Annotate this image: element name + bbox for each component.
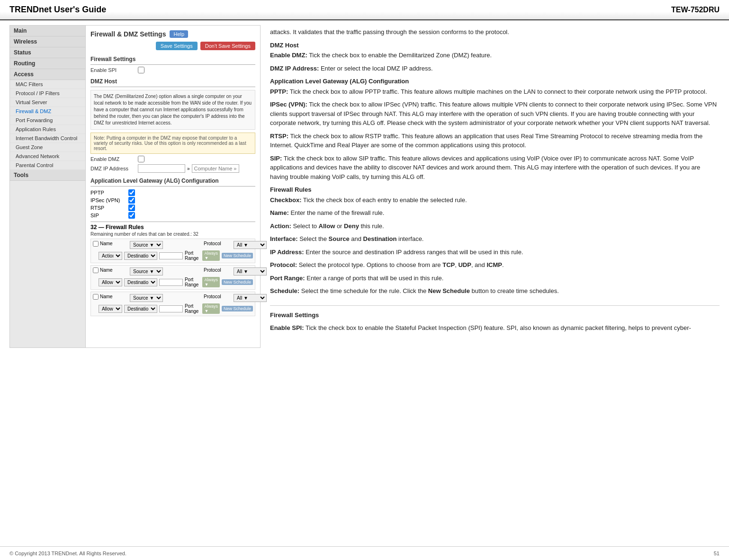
rule3-spacer: [164, 294, 202, 302]
rule1-action-row: Action Allow ▼ Destination ▼ Port Range …: [93, 250, 253, 261]
checkbox-desc: Checkbox: Tick the check box of each ent…: [270, 196, 720, 205]
sidebar-item-mac-filters[interactable]: MAC Filters: [10, 80, 85, 89]
rule2-protocol-header: Protocol: [204, 267, 232, 276]
sidebar-section-status: Status: [10, 47, 85, 58]
pptp-desc: PPTP: Tick the check box to allow PPTP t…: [270, 87, 720, 97]
sidebar-section-tools[interactable]: Tools: [10, 170, 85, 181]
page-number: 51: [714, 551, 720, 556]
enable-spi-checkbox[interactable]: [138, 67, 144, 73]
rule1-header-row: Name Source ▼ Protocol All ▼: [93, 241, 253, 249]
rule3-destination-select[interactable]: Destination ▼: [124, 305, 157, 313]
firewall-settings-caption: Firewall Settings Enable SPI: Tick the c…: [270, 305, 720, 333]
name-desc: Name: Enter the name of the firewall rul…: [270, 208, 720, 218]
dmz-note-text: Note: Putting a computer in the DMZ may …: [94, 135, 246, 151]
sidebar-item-firewall-dmz[interactable]: Firewall & DMZ: [10, 107, 85, 116]
rule1-protocol-header: Protocol: [204, 241, 232, 249]
rule2-port-label: Port Range: [185, 277, 201, 287]
ipsec-desc: IPSec (VPN): Tick the check box to allow…: [270, 100, 720, 128]
name-desc-text: Enter the name of the firewall rule.: [290, 209, 384, 216]
rtsp-row: RTSP: [90, 204, 255, 211]
firewall-rules-title: Firewall Rules: [270, 185, 720, 195]
enable-dmz-row: Enable DMZ: [90, 156, 255, 162]
action-desc: Action: Select to Allow or Deny this rul…: [270, 222, 720, 231]
rule1-checkbox[interactable]: [93, 241, 99, 247]
rule3-headers: Name Source ▼ Protocol All ▼: [100, 294, 267, 302]
rule1-protocol-select[interactable]: All ▼: [234, 241, 267, 249]
sidebar-section-routing[interactable]: Routing: [10, 58, 85, 69]
rule1-action-select[interactable]: Action Allow ▼: [99, 252, 122, 260]
sidebar-item-virtual-server[interactable]: Virtual Server: [10, 98, 85, 107]
rule2-checkbox[interactable]: [93, 267, 99, 273]
router-main-content: Firewall & DMZ Settings Help Save Settin…: [86, 26, 260, 347]
main-content: Main Wireless Status Routing Access MAC …: [0, 20, 729, 353]
protocol-desc: Protocol: Select the protocol type. Opti…: [270, 260, 720, 270]
pptp-field-name: PPTP:: [270, 88, 288, 95]
help-button[interactable]: Help: [170, 30, 188, 38]
rule1-port-label: Port Range: [185, 250, 201, 261]
rule2-destination-select[interactable]: Destination ▼: [124, 278, 157, 286]
sidebar-section-wireless: Wireless: [10, 36, 85, 47]
rule2-protocol-select[interactable]: All ▼: [234, 267, 267, 276]
dmz-ip-input[interactable]: [138, 164, 185, 173]
interface-desc-text: Select the Source and Destination interf…: [299, 235, 423, 242]
port-range-desc: Port Range: Enter a range of ports that …: [270, 274, 720, 283]
rule2-action-select[interactable]: Allow ▼: [99, 278, 122, 286]
rule3-protocol-select[interactable]: All ▼: [234, 294, 267, 302]
dmz-ip-field-name: DMZ IP Address:: [270, 65, 319, 72]
enable-dmz-field-name: Enable DMZ:: [270, 52, 307, 59]
rule3-source-select[interactable]: Source ▼: [130, 294, 163, 302]
rule1-source-select[interactable]: Source ▼: [130, 241, 163, 249]
rule2-headers: Name Source ▼ Protocol All ▼: [100, 267, 267, 276]
sidebar-item-advanced-network[interactable]: Advanced Network: [10, 152, 85, 161]
rule3-action-row: Allow ▼ Destination ▼ Port Range Always …: [93, 303, 253, 314]
ipsec-checkbox[interactable]: [128, 197, 135, 204]
pptp-checkbox[interactable]: [128, 189, 135, 196]
rule1-spacer: [164, 241, 202, 249]
rtsp-label: RTSP: [90, 205, 128, 211]
rule2-port-range-input[interactable]: [159, 279, 183, 286]
page-footer: © Copyright 2013 TRENDnet. All Rights Re…: [0, 546, 729, 560]
sidebar-item-guest-zone[interactable]: Guest Zone: [10, 143, 85, 152]
computer-name-input[interactable]: [192, 164, 239, 173]
rule3-checkbox[interactable]: [93, 294, 99, 300]
pptp-row: PPTP: [90, 189, 255, 196]
rule1-destination-select[interactable]: Destination ▼: [124, 252, 157, 260]
rule3-schedule-badge: New Schedule: [222, 306, 253, 311]
sidebar-item-parental-control[interactable]: Parental Control: [10, 161, 85, 170]
ipsec-label: IPSec (VPN): [90, 197, 128, 203]
rule2-source-select[interactable]: Source ▼: [130, 267, 163, 276]
dmz-ip-desc-text: Enter or select the local DMZ IP address…: [321, 65, 433, 72]
protocol-desc-text: Select the protocol type. Options to cho…: [299, 261, 504, 268]
sidebar-item-protocol-filters[interactable]: Protocol / IP Filters: [10, 89, 85, 98]
rule1-port-range-input[interactable]: [159, 252, 183, 259]
firewall-rule-row-3: Name Source ▼ Protocol All ▼ Allow ▼ Des…: [90, 292, 255, 316]
sidebar-item-bandwidth-control[interactable]: Internet Bandwidth Control: [10, 134, 85, 143]
port-range-desc-text: Enter a range of ports that will be used…: [306, 275, 443, 282]
sip-checkbox[interactable]: [128, 212, 135, 219]
save-settings-button[interactable]: Save Settings: [156, 42, 198, 50]
name-field-name: Name:: [270, 209, 289, 216]
sidebar-section-main: Main: [10, 26, 85, 36]
sip-field-name: SIP:: [270, 155, 282, 162]
sidebar-section-access[interactable]: Access: [10, 69, 85, 80]
router-sidebar: Main Wireless Status Routing Access MAC …: [10, 26, 86, 347]
ipsec-desc-text: Tick the check box to allow IPSec (VPN) …: [270, 101, 717, 126]
schedule-desc-text: Select the time schedule for the rule. C…: [301, 287, 559, 294]
rule3-action-select[interactable]: Allow ▼: [99, 305, 122, 313]
rule3-port-range-input[interactable]: [159, 305, 183, 312]
checkbox-desc-text: Tick the check box of each entry to enab…: [303, 196, 467, 204]
rule2-spacer: [164, 267, 202, 276]
dont-save-button[interactable]: Don't Save Settings: [200, 42, 255, 50]
rule1-always-badge: Always ▼: [202, 250, 220, 261]
rule2-schedule-badge: New Schedule: [222, 279, 253, 285]
sidebar-item-application-rules[interactable]: Application Rules: [10, 125, 85, 134]
rule1-name-header: Name: [100, 241, 128, 249]
firewall-settings-caption-title: Firewall Settings: [270, 311, 720, 320]
alg-config-header: Application Level Gateway (ALG) Configur…: [90, 176, 255, 187]
pptp-desc-text: Tick the check box to allow PPTP traffic…: [290, 88, 707, 95]
rtsp-checkbox[interactable]: [128, 204, 135, 211]
enable-dmz-checkbox[interactable]: [138, 156, 144, 162]
sidebar-item-port-forwarding[interactable]: Port Forwarding: [10, 116, 85, 125]
rule3-name-header: Name: [100, 294, 128, 302]
firewall-rule-row-1: Name Source ▼ Protocol All ▼ Action Allo…: [90, 239, 255, 263]
